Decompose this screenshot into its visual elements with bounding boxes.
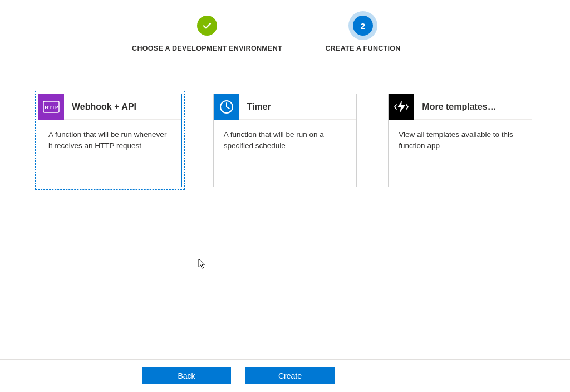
card-description: A function that will be run whenever it … — [38, 120, 181, 187]
card-title: Webhook + API — [64, 102, 136, 112]
wizard-stepper: CHOOSE A DEVELOPMENT ENVIRONMENT 2 CREAT… — [0, 0, 570, 59]
lightning-code-icon — [389, 94, 414, 120]
template-cards: HTTP Webhook + API A function that will … — [0, 94, 570, 187]
card-webhook-api[interactable]: HTTP Webhook + API A function that will … — [38, 94, 182, 187]
card-title: Timer — [239, 102, 271, 112]
clock-icon — [214, 94, 239, 120]
step-2-circle: 2 — [353, 16, 373, 36]
mouse-cursor-icon — [198, 258, 207, 270]
back-button[interactable]: Back — [142, 367, 231, 384]
http-icon: HTTP — [38, 94, 64, 120]
checkmark-icon — [197, 16, 217, 36]
card-header: More templates… — [389, 94, 532, 120]
card-header: Timer — [214, 94, 357, 120]
svg-line-4 — [227, 107, 229, 109]
card-description: A function that will be run on a specifi… — [214, 120, 357, 187]
svg-text:HTTP: HTTP — [45, 105, 58, 110]
card-more-templates[interactable]: More templates… View all templates avail… — [388, 94, 532, 187]
wizard-footer: Back Create — [0, 359, 570, 392]
step-2: 2 CREATE A FUNCTION — [285, 16, 441, 52]
step-2-label: CREATE A FUNCTION — [325, 45, 400, 52]
step-1: CHOOSE A DEVELOPMENT ENVIRONMENT — [129, 16, 285, 52]
step-2-number: 2 — [361, 21, 365, 31]
create-button[interactable]: Create — [245, 367, 335, 384]
step-1-label: CHOOSE A DEVELOPMENT ENVIRONMENT — [132, 45, 282, 52]
card-title: More templates… — [414, 102, 496, 112]
svg-marker-5 — [397, 101, 405, 113]
card-description: View all templates available to this fun… — [389, 120, 532, 187]
card-header: HTTP Webhook + API — [38, 94, 181, 120]
card-timer[interactable]: Timer A function that will be run on a s… — [213, 94, 357, 187]
